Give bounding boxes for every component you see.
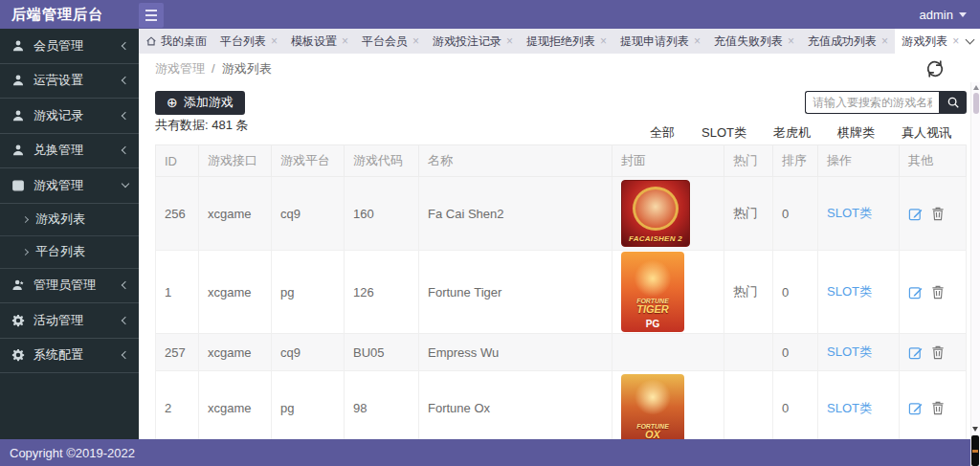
edit-icon[interactable] [908, 345, 923, 360]
category-link[interactable]: SLOT类 [827, 401, 872, 415]
person-icon [11, 144, 25, 158]
person-badge-icon [11, 278, 25, 293]
chevron-left-icon [122, 112, 129, 120]
tab-my-desktop[interactable]: 我的桌面 [139, 29, 213, 54]
filter-live-casino[interactable]: 真人视讯 [902, 124, 951, 142]
plus-circle-icon: ⊕ [167, 96, 178, 109]
sidebar-item-game-records[interactable]: 游戏记录 [0, 99, 139, 134]
content-panel: ⊕ 添加游戏 共有数据: 481 条 全部 [139, 83, 980, 446]
add-game-button[interactable]: ⊕ 添加游戏 [155, 91, 245, 115]
col-header-sort: 排序 [773, 145, 818, 177]
table-header-row: ID 游戏接口 游戏平台 游戏代码 名称 封面 热门 排序 操作 其他 [156, 145, 967, 177]
person-icon [11, 38, 25, 53]
chevron-left-icon [122, 42, 129, 50]
breadcrumb-section[interactable]: 游戏管理 [155, 60, 205, 78]
col-header-code: 游戏代码 [345, 145, 419, 177]
close-icon[interactable]: × [342, 35, 348, 47]
close-icon[interactable]: × [600, 35, 607, 47]
category-link[interactable]: SLOT类 [827, 284, 872, 299]
table-row: 2 xcgame pg 98 Fortune Ox FORTUNE OX [156, 371, 967, 446]
total-count-text: 共有数据: 481 条 [155, 117, 249, 134]
sidebar-item-exchange[interactable]: 兑换管理 [0, 134, 139, 169]
caret-down-icon [959, 12, 967, 17]
user-name: admin [920, 8, 953, 22]
person-icon [11, 108, 25, 122]
breadcrumb-separator: / [212, 61, 215, 76]
tab-overflow-button[interactable] [959, 29, 980, 54]
tab-bet-records[interactable]: 游戏投注记录× [426, 29, 520, 54]
scroll-down-arrow-icon[interactable] [972, 427, 978, 432]
pg-logo: PG [646, 318, 659, 332]
card-list-icon [11, 178, 25, 192]
filter-card-games[interactable]: 棋牌类 [837, 124, 875, 142]
trash-icon[interactable] [931, 285, 945, 300]
arrow-right-icon [22, 248, 29, 255]
sidebar-item-activity-management[interactable]: 活动管理 [0, 303, 139, 339]
search-group [805, 91, 967, 114]
sidebar-toggle-button[interactable] [139, 3, 164, 28]
trash-icon[interactable] [931, 207, 945, 221]
refresh-button[interactable] [924, 58, 946, 79]
game-cover-image[interactable]: FACAISHEN 2 [621, 180, 690, 247]
search-input[interactable] [805, 91, 939, 114]
main-area: 我的桌面 平台列表× 模板设置× 平台会员× 游戏投注记录× 提现拒绝列表× 提… [139, 29, 980, 466]
col-header-api: 游戏接口 [199, 145, 272, 177]
game-cover-image[interactable]: FORTUNE TIGER PG [621, 252, 684, 332]
sidebar-item-operations[interactable]: 运营设置 [0, 64, 139, 100]
edit-icon[interactable] [908, 285, 923, 300]
gear-icon [11, 313, 25, 327]
category-link[interactable]: SLOT类 [827, 206, 872, 220]
tab-platform-list[interactable]: 平台列表× [213, 29, 284, 54]
person-icon [11, 74, 25, 88]
col-header-cover: 封面 [612, 145, 724, 177]
filter-all[interactable]: 全部 [650, 124, 675, 142]
refresh-icon [924, 58, 946, 79]
close-icon[interactable]: × [788, 35, 794, 47]
tab-withdraw-requests[interactable]: 提现申请列表× [613, 29, 707, 54]
tab-game-list-active[interactable]: 游戏列表× [895, 29, 966, 54]
sidebar-item-system-config[interactable]: 系统配置 [0, 339, 139, 374]
col-header-platform: 游戏平台 [272, 145, 345, 177]
sidebar-subitem-game-list[interactable]: 游戏列表 [0, 204, 139, 236]
gear-icon [11, 348, 25, 363]
top-bar: 后端管理后台 admin [0, 0, 980, 29]
vertical-scrollbar[interactable] [970, 82, 980, 466]
sidebar-subitem-platform-list[interactable]: 平台列表 [0, 236, 139, 269]
scroll-up-arrow-icon[interactable] [973, 85, 979, 90]
tab-recharge-success[interactable]: 充值成功列表× [801, 29, 895, 54]
close-icon[interactable]: × [506, 35, 513, 47]
table-row: 1 xcgame pg 126 Fortune Tiger FORTUNE TI… [156, 251, 967, 334]
empty-cover-cell [612, 334, 724, 371]
game-cover-image[interactable]: FORTUNE OX [621, 374, 684, 443]
tab-platform-members[interactable]: 平台会员× [355, 29, 426, 54]
app-title: 后端管理后台 [0, 6, 139, 24]
close-icon[interactable]: × [412, 35, 419, 47]
bottom-right-scroll-widget[interactable] [971, 435, 979, 466]
user-menu[interactable]: admin [920, 8, 967, 22]
category-filters: 全部 SLOT类 老虎机 棋牌类 真人视讯 [650, 124, 951, 142]
edit-icon[interactable] [908, 401, 923, 415]
tab-template-settings[interactable]: 模板设置× [284, 29, 355, 54]
tab-recharge-failed[interactable]: 充值失败列表× [707, 29, 801, 54]
chevron-left-icon [122, 77, 129, 84]
copyright-text: Copyright ©2019-2022 [10, 446, 135, 460]
chevron-left-icon [122, 146, 129, 154]
search-button[interactable] [939, 91, 967, 114]
sidebar-item-admin-management[interactable]: 管理员管理 [0, 269, 139, 304]
tab-withdraw-rejected[interactable]: 提现拒绝列表× [520, 29, 613, 54]
category-link[interactable]: SLOT类 [827, 344, 872, 359]
close-icon[interactable]: × [271, 35, 278, 47]
edit-icon[interactable] [908, 207, 923, 221]
sidebar-item-members[interactable]: 会员管理 [0, 29, 139, 64]
scrollbar-thumb[interactable] [973, 93, 979, 114]
sidebar-item-game-management[interactable]: 游戏管理 [0, 168, 139, 204]
col-header-hot: 热门 [724, 145, 773, 177]
filter-slot[interactable]: SLOT类 [702, 124, 746, 142]
close-icon[interactable]: × [694, 35, 701, 47]
filter-slot-machine[interactable]: 老虎机 [773, 124, 811, 142]
col-header-operation: 操作 [818, 145, 900, 177]
chevron-down-icon [965, 35, 974, 45]
trash-icon[interactable] [931, 401, 945, 415]
trash-icon[interactable] [931, 345, 945, 360]
close-icon[interactable]: × [881, 35, 888, 47]
